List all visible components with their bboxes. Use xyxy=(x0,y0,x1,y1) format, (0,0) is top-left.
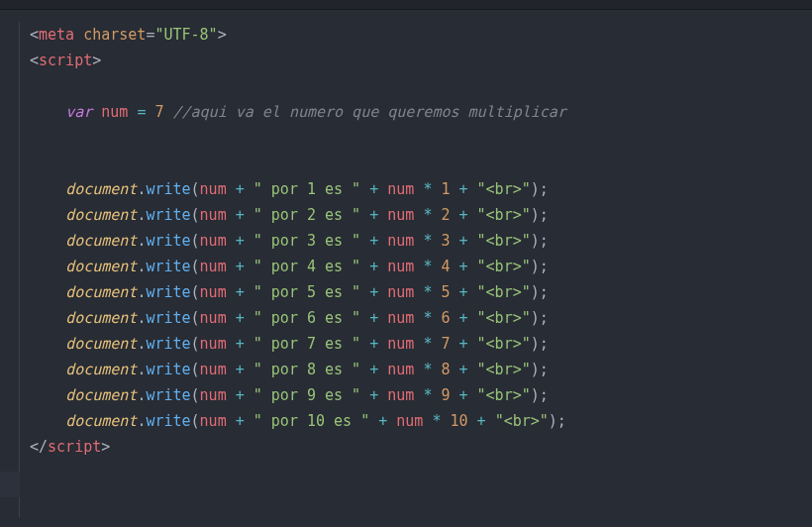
identifier: num xyxy=(200,412,227,430)
code-line: document.write(num + " por 5 es " + num … xyxy=(30,283,549,301)
identifier-document: document xyxy=(65,386,137,404)
string: "<br>" xyxy=(495,412,549,430)
attr-value: "UTF-8" xyxy=(154,26,217,44)
string: " por 6 es " xyxy=(254,309,360,327)
code-line: document.write(num + " por 2 es " + num … xyxy=(30,206,549,224)
operator: + xyxy=(236,180,245,198)
identifier: num xyxy=(200,232,227,250)
code-line: document.write(num + " por 3 es " + num … xyxy=(30,232,549,250)
code-line: document.write(num + " por 10 es " + num… xyxy=(30,412,566,430)
string: " por 1 es " xyxy=(254,180,360,198)
identifier: num xyxy=(387,232,414,250)
code-line: document.write(num + " por 4 es " + num … xyxy=(30,258,549,275)
punct: < xyxy=(30,26,39,44)
method-write: write xyxy=(146,232,190,250)
identifier-document: document xyxy=(65,232,137,250)
code-editor[interactable]: <meta charset="UTF-8"> <script> var num … xyxy=(0,10,812,460)
string: " por 10 es " xyxy=(254,412,369,430)
string: " por 4 es " xyxy=(254,258,360,275)
method-write: write xyxy=(146,412,190,430)
code-line: <meta charset="UTF-8"> xyxy=(30,26,227,44)
identifier: num xyxy=(387,206,414,224)
operator: + xyxy=(459,180,468,198)
code-line: document.write(num + " por 8 es " + num … xyxy=(30,361,549,378)
cursor-line-highlight xyxy=(0,472,20,497)
string: "<br>" xyxy=(477,335,531,353)
identifier: num xyxy=(387,335,414,353)
identifier: num xyxy=(200,335,227,353)
gutter xyxy=(0,22,20,517)
identifier: num xyxy=(387,361,414,378)
string: "<br>" xyxy=(477,283,531,301)
comment: //aqui va el numero que queremos multipl… xyxy=(173,103,566,121)
identifier: num xyxy=(200,206,227,224)
keyword-var: var xyxy=(65,103,92,121)
identifier: num xyxy=(200,283,227,301)
string: " por 2 es " xyxy=(254,206,360,224)
identifier: num xyxy=(387,258,414,275)
method-write: write xyxy=(146,361,190,378)
operator: + xyxy=(236,232,245,250)
tag-name: meta xyxy=(39,26,74,44)
code-line: document.write(num + " por 9 es " + num … xyxy=(30,386,549,404)
code-line: document.write(num + " por 7 es " + num … xyxy=(30,335,549,353)
code-line: </script> xyxy=(30,438,110,456)
operator: + xyxy=(236,283,245,301)
operator: + xyxy=(236,258,245,275)
code-line: var num = 7 //aqui va el numero que quer… xyxy=(30,103,566,121)
string: "<br>" xyxy=(477,386,531,404)
operator: + xyxy=(459,232,468,250)
identifier-document: document xyxy=(65,283,137,301)
identifier-document: document xyxy=(65,180,137,198)
code-content[interactable]: <meta charset="UTF-8"> <script> var num … xyxy=(30,22,812,460)
blank-line xyxy=(30,129,39,147)
method-write: write xyxy=(146,283,190,301)
string: " por 8 es " xyxy=(254,361,360,378)
blank-line xyxy=(30,155,39,172)
code-line: document.write(num + " por 1 es " + num … xyxy=(30,180,549,198)
operator: + xyxy=(369,283,378,301)
operator: + xyxy=(459,206,468,224)
identifier: num xyxy=(387,180,414,198)
operator: + xyxy=(369,180,378,198)
string: "<br>" xyxy=(477,180,531,198)
operator: + xyxy=(369,361,378,378)
identifier-document: document xyxy=(65,412,137,430)
string: "<br>" xyxy=(477,258,531,275)
string: " por 3 es " xyxy=(254,232,360,250)
identifier: num xyxy=(200,180,227,198)
identifier-document: document xyxy=(65,258,137,275)
tag-name: script xyxy=(39,52,92,69)
identifier: num xyxy=(200,386,227,404)
identifier: num xyxy=(101,103,128,121)
operator: + xyxy=(459,335,468,353)
code-line: document.write(num + " por 6 es " + num … xyxy=(30,309,549,327)
method-write: write xyxy=(146,206,190,224)
identifier: num xyxy=(387,283,414,301)
operator: + xyxy=(369,206,378,224)
operator: + xyxy=(459,283,468,301)
method-write: write xyxy=(146,258,190,275)
identifier: num xyxy=(396,412,423,430)
string: "<br>" xyxy=(477,361,531,378)
method-write: write xyxy=(146,309,190,327)
blank-line xyxy=(30,77,39,95)
string: " por 5 es " xyxy=(254,283,360,301)
identifier-document: document xyxy=(65,309,137,327)
operator: + xyxy=(459,258,468,275)
operator: + xyxy=(378,412,387,430)
operator: + xyxy=(236,361,245,378)
code-line: <script> xyxy=(30,52,101,69)
tab-strip xyxy=(0,0,812,10)
operator: + xyxy=(459,361,468,378)
identifier: num xyxy=(200,309,227,327)
string: "<br>" xyxy=(477,309,531,327)
identifier: num xyxy=(200,258,227,275)
operator: + xyxy=(236,412,245,430)
operator: + xyxy=(369,309,378,327)
operator: + xyxy=(369,232,378,250)
identifier-document: document xyxy=(65,361,137,378)
operator: + xyxy=(477,412,486,430)
operator: + xyxy=(369,335,378,353)
method-write: write xyxy=(146,180,190,198)
